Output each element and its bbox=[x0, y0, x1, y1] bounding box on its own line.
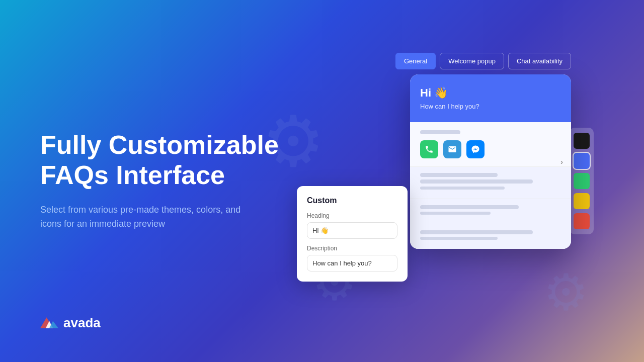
faq-section: › › › bbox=[410, 167, 571, 249]
chat-header: Hi 👋 How can I help you? bbox=[410, 74, 571, 122]
popup-title: Custom bbox=[307, 196, 397, 205]
gear-bg-icon-3: ⚙ bbox=[543, 263, 589, 322]
chat-header-subtitle: How can I help you? bbox=[420, 103, 561, 110]
swatch-yellow[interactable] bbox=[574, 193, 590, 209]
logo: avada bbox=[40, 314, 101, 332]
logo-icon bbox=[40, 314, 58, 332]
tab-general[interactable]: General bbox=[395, 53, 436, 69]
heading-label: Heading bbox=[307, 212, 397, 219]
swatch-blue[interactable] bbox=[574, 153, 590, 169]
sub-text: Select from various pre-made themes, col… bbox=[40, 203, 242, 232]
tab-welcome-popup[interactable]: Welcome popup bbox=[440, 53, 504, 69]
heading-input[interactable] bbox=[307, 222, 397, 239]
logo-text: avada bbox=[63, 315, 101, 331]
contact-row bbox=[410, 122, 571, 167]
faq-lines-3 bbox=[420, 230, 561, 243]
tab-bar: General Welcome popup Chat availability bbox=[395, 53, 571, 69]
left-section: Fully Customizable FAQs Interface Select… bbox=[40, 130, 279, 231]
chat-card: Hi 👋 How can I help you? › bbox=[410, 74, 571, 249]
contact-bar-placeholder bbox=[420, 130, 460, 134]
tab-chat-availability[interactable]: Chat availability bbox=[508, 53, 571, 69]
description-input[interactable] bbox=[307, 255, 397, 272]
swatch-black[interactable] bbox=[574, 133, 590, 149]
swatch-red[interactable] bbox=[574, 213, 590, 229]
messenger-icon[interactable] bbox=[466, 140, 485, 158]
main-heading: Fully Customizable FAQs Interface bbox=[40, 130, 279, 191]
contact-icons bbox=[420, 140, 561, 158]
description-label: Description bbox=[307, 245, 397, 252]
custom-popup: Custom Heading Description bbox=[297, 186, 408, 282]
color-swatches bbox=[570, 128, 594, 234]
faq-chevron-3: › bbox=[560, 158, 563, 166]
email-icon[interactable] bbox=[443, 140, 461, 158]
faq-row-2: › bbox=[410, 199, 571, 224]
phone-icon[interactable] bbox=[420, 140, 438, 158]
faq-row-1: › bbox=[410, 167, 571, 199]
faq-lines-1 bbox=[420, 173, 561, 193]
swatch-green[interactable] bbox=[574, 173, 590, 189]
chat-header-title: Hi 👋 bbox=[420, 86, 561, 100]
faq-row-3: › bbox=[410, 224, 571, 249]
faq-lines-2 bbox=[420, 205, 561, 218]
